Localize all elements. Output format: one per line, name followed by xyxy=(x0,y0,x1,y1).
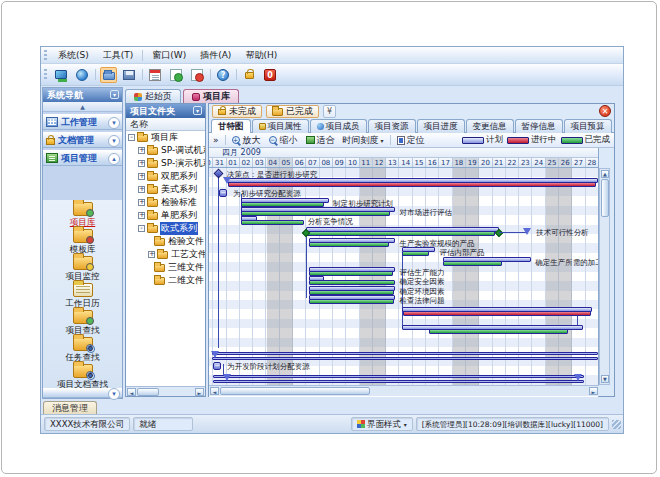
tree-node-5[interactable]: +检验标准 xyxy=(126,196,205,209)
sidebar-item-5[interactable]: 任务查找 xyxy=(43,337,122,362)
tab-overflow-chevron[interactable]: » xyxy=(209,134,223,147)
pin-icon[interactable]: ▾ xyxy=(193,106,202,115)
doc-tab-1[interactable]: 项目库 xyxy=(183,89,239,103)
progress-bar[interactable] xyxy=(241,220,304,225)
expand-icon[interactable]: + xyxy=(138,147,145,154)
finished-filter-button[interactable]: 已完成 xyxy=(266,105,319,118)
scroll-right-arrow[interactable]: ► xyxy=(589,387,598,395)
summary-inprogress-bar[interactable] xyxy=(228,182,596,187)
window-close-icon[interactable] xyxy=(189,67,206,83)
progress-bar[interactable] xyxy=(309,280,395,285)
phase-bar[interactable] xyxy=(213,380,584,383)
message-management-tab[interactable]: 消息管理 xyxy=(43,401,97,414)
progress-bar[interactable] xyxy=(241,202,323,207)
tree-node-3[interactable]: +双肥系列 xyxy=(126,170,205,183)
gantt-tool-4[interactable]: 定位 xyxy=(393,134,429,147)
scroll-up-arrow[interactable]: ▲ xyxy=(601,170,609,178)
menu-item-3[interactable]: 插件(A) xyxy=(193,47,238,64)
gantt-hscrollbar[interactable]: ◄ ► xyxy=(209,385,599,396)
pin-icon[interactable]: ▾ xyxy=(110,90,119,99)
menu-item-1[interactable]: 工具(T) xyxy=(96,47,141,64)
progress-bar[interactable] xyxy=(241,211,390,216)
progress-bar[interactable] xyxy=(309,290,394,295)
tree-node-10[interactable]: 三维文件 xyxy=(126,261,205,274)
progress-bar[interactable] xyxy=(309,242,389,247)
detail-tab-7[interactable]: 项目预算 xyxy=(564,119,612,133)
close-panel-button[interactable]: ✕ xyxy=(599,105,611,117)
window-new-icon[interactable] xyxy=(168,67,185,83)
sidebar-group-1[interactable]: 文档管理▾ xyxy=(43,132,122,148)
folder-open-icon[interactable] xyxy=(100,67,117,83)
gantt-tool-2[interactable]: 适合 xyxy=(302,134,339,147)
detail-tab-6[interactable]: 暂停信息 xyxy=(515,119,563,133)
detail-tab-0[interactable]: 甘特图 xyxy=(211,119,251,133)
progress-bar[interactable] xyxy=(402,251,429,256)
phase-bar[interactable] xyxy=(213,375,584,378)
doc-tab-0[interactable]: 起始页 xyxy=(125,89,181,103)
tree-node-6[interactable]: +单肥系列 xyxy=(126,209,205,222)
gantt-vscrollbar[interactable]: ▲ ▼ xyxy=(599,168,610,385)
detail-tab-1[interactable]: 项目属性 xyxy=(252,119,309,133)
sidebar-item-1[interactable]: 模板库 xyxy=(43,229,122,254)
menu-item-4[interactable]: 帮助(H) xyxy=(238,47,284,64)
tree-node-1[interactable]: +SP-调试机系 xyxy=(126,144,205,157)
save-icon[interactable] xyxy=(121,67,138,83)
tree-node-7[interactable]: -欧式系列 xyxy=(126,222,205,235)
tree-node-0[interactable]: -项目库 xyxy=(126,131,205,144)
globe-icon[interactable] xyxy=(74,67,91,83)
tree-node-2[interactable]: +SP-演示机系 xyxy=(126,157,205,170)
sidebar-scroll-up[interactable]: ▲ xyxy=(43,102,122,112)
detail-tab-3[interactable]: 项目资源 xyxy=(368,119,416,133)
detail-tab-5[interactable]: 变更信息 xyxy=(466,119,514,133)
progress-bar[interactable] xyxy=(309,299,394,304)
gantt-tool-1[interactable]: −缩小 xyxy=(265,134,302,147)
report-calendar-icon[interactable] xyxy=(147,67,164,83)
chevron-down-icon[interactable]: ▾ xyxy=(108,388,120,400)
tree-hscrollbar[interactable]: ◄ ► xyxy=(126,386,205,396)
expand-icon[interactable]: + xyxy=(138,173,145,180)
tree-node-4[interactable]: +美式系列 xyxy=(126,183,205,196)
tree-column-header[interactable]: 名称 xyxy=(126,118,205,131)
summary-inprogress-bar[interactable] xyxy=(403,311,591,316)
lock-icon[interactable] xyxy=(241,67,258,83)
chevron-icon[interactable]: ▾ xyxy=(108,135,120,147)
gantt-tool-3[interactable]: 时间刻度▾ xyxy=(339,134,388,147)
expand-icon[interactable]: + xyxy=(138,160,145,167)
collapse-icon[interactable]: - xyxy=(128,134,135,141)
scroll-down-arrow[interactable]: ▼ xyxy=(601,375,609,383)
sidebar-item-0[interactable]: 项目库 xyxy=(43,202,122,227)
sidebar-item-6[interactable]: 项目文档查找 xyxy=(43,364,122,389)
help-icon[interactable]: ? xyxy=(215,67,232,83)
sidebar-item-3[interactable]: 工作日历 xyxy=(43,283,122,308)
summary-done-bar[interactable] xyxy=(306,231,495,236)
detail-tab-2[interactable]: 项目成员 xyxy=(310,119,367,133)
sidebar-group-0[interactable]: 工作管理▾ xyxy=(43,114,122,130)
scroll-thumb[interactable] xyxy=(220,387,370,395)
progress-bar[interactable] xyxy=(429,329,569,334)
scroll-right-arrow[interactable]: ► xyxy=(195,388,204,396)
progress-bar[interactable] xyxy=(443,261,502,266)
menu-item-2[interactable]: 窗口(W) xyxy=(145,47,193,64)
chevron-icon[interactable]: ▴ xyxy=(108,153,120,165)
detail-tab-4[interactable]: 项目进度 xyxy=(417,119,465,133)
tree-node-9[interactable]: +工艺文件 xyxy=(126,248,205,261)
sidebar-item-4[interactable]: 项目查找 xyxy=(43,310,122,335)
monitor-icon[interactable] xyxy=(53,67,70,83)
expand-icon[interactable]: + xyxy=(148,251,155,258)
menu-item-0[interactable]: 系统(S) xyxy=(51,47,96,64)
sidebar-group-2[interactable]: 项目管理▴ xyxy=(43,150,122,166)
collapse-icon[interactable]: - xyxy=(138,225,145,232)
scroll-left-arrow[interactable]: ◄ xyxy=(210,387,219,395)
phase-bar[interactable] xyxy=(212,352,598,355)
unfinished-filter-button[interactable]: 未完成 xyxy=(212,105,262,118)
scroll-left-arrow[interactable]: ◄ xyxy=(127,388,136,396)
tree-node-8[interactable]: 检验文件 xyxy=(126,235,205,248)
expand-icon[interactable]: + xyxy=(138,199,145,206)
power-icon[interactable]: 0 xyxy=(262,67,279,83)
gantt-tool-0[interactable]: +放大 xyxy=(228,134,265,147)
expand-icon[interactable]: + xyxy=(138,212,145,219)
sidebar-group-collapsed[interactable]: ▾ xyxy=(43,388,122,398)
interface-style-button[interactable]: 界面样式 ▾ xyxy=(351,417,413,431)
chevron-icon[interactable]: ▾ xyxy=(108,117,120,129)
scroll-thumb[interactable] xyxy=(137,388,159,396)
